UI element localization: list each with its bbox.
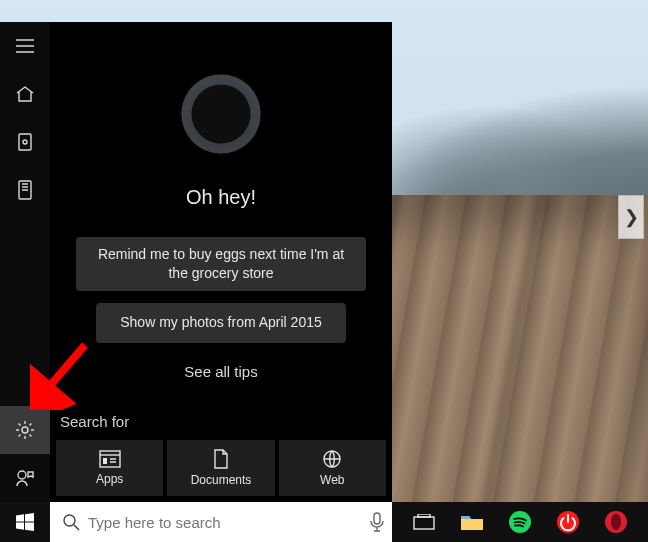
microphone-button[interactable]	[370, 512, 384, 532]
spotify-button[interactable]	[496, 502, 544, 542]
power-button[interactable]	[544, 502, 592, 542]
sidebar-settings-button[interactable]	[0, 406, 50, 454]
windows-icon	[16, 513, 34, 531]
category-web[interactable]: Web	[279, 440, 386, 496]
svg-rect-10	[414, 517, 434, 529]
taskview-button[interactable]	[400, 502, 448, 542]
sidebar-notebook-button[interactable]	[0, 118, 50, 166]
svg-rect-6	[103, 458, 107, 464]
cortana-greeting: Oh hey!	[50, 186, 392, 209]
sidebar-menu-button[interactable]	[0, 22, 50, 70]
home-icon	[15, 85, 35, 103]
svg-rect-11	[418, 514, 430, 517]
category-apps-label: Apps	[96, 472, 123, 486]
sidebar-home-button[interactable]	[0, 70, 50, 118]
gear-icon	[15, 420, 35, 440]
taskbar-search[interactable]	[50, 502, 392, 542]
opera-icon	[604, 510, 628, 534]
sidebar-feedback-button[interactable]	[0, 454, 50, 502]
svg-point-4	[18, 471, 26, 479]
power-icon	[556, 510, 580, 534]
search-icon	[62, 513, 80, 531]
taskbar-tray	[392, 502, 648, 542]
feedback-icon	[16, 469, 34, 487]
taskview-icon	[413, 514, 435, 530]
file-explorer-button[interactable]	[448, 502, 496, 542]
spotify-icon	[508, 510, 532, 534]
sidebar-devices-button[interactable]	[0, 166, 50, 214]
svg-point-3	[22, 427, 28, 433]
apps-icon	[99, 450, 121, 468]
opera-button[interactable]	[592, 502, 640, 542]
search-for-label: Search for	[50, 403, 392, 440]
category-apps[interactable]: Apps	[56, 440, 163, 496]
svg-point-8	[64, 515, 75, 526]
wallpaper-next-button[interactable]: ❯	[618, 195, 644, 239]
hamburger-icon	[16, 39, 34, 53]
svg-point-15	[611, 514, 621, 531]
category-web-label: Web	[320, 473, 344, 487]
see-all-tips-link[interactable]: See all tips	[50, 363, 392, 380]
globe-icon	[322, 449, 342, 469]
suggestion-text-2: Show my photos from April 2015	[120, 313, 322, 332]
svg-rect-9	[374, 513, 380, 524]
suggestion-pill-1[interactable]: Remind me to buy eggs next time I'm at t…	[76, 237, 366, 291]
start-button[interactable]	[0, 502, 50, 542]
suggestion-text-1: Remind me to buy eggs next time I'm at t…	[92, 245, 350, 283]
document-icon	[212, 449, 230, 469]
taskbar-search-input[interactable]	[88, 514, 362, 531]
cortana-panel: Oh hey! Remind me to buy eggs next time …	[0, 22, 392, 502]
svg-point-1	[23, 140, 27, 144]
category-documents[interactable]: Documents	[167, 440, 274, 496]
taskbar	[0, 502, 648, 542]
category-documents-label: Documents	[191, 473, 252, 487]
cortana-sidebar	[0, 22, 50, 502]
suggestion-pill-2[interactable]: Show my photos from April 2015	[96, 303, 346, 343]
svg-rect-0	[19, 134, 31, 150]
notebook-icon	[17, 133, 33, 151]
folder-icon	[460, 513, 484, 531]
cortana-ring	[50, 74, 392, 154]
device-icon	[18, 180, 32, 200]
search-category-row: Apps Documents Web	[50, 440, 392, 502]
